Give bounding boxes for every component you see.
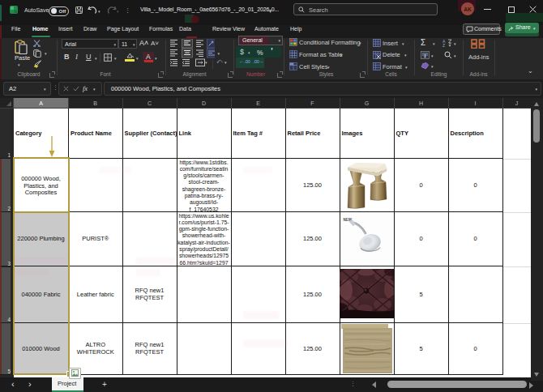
svg-text:Z: Z <box>443 43 445 47</box>
